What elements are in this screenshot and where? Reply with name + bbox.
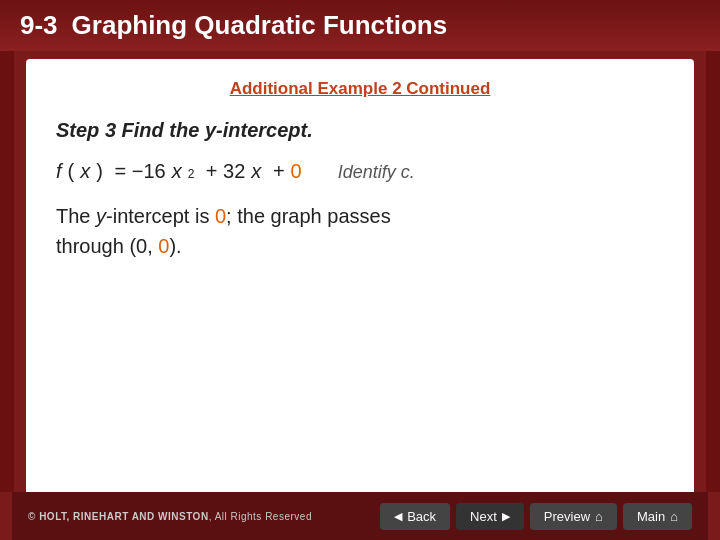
- eq-x-var: x: [251, 160, 261, 183]
- header-title: Graphing Quadratic Functions: [72, 10, 448, 41]
- main-icon: ⌂: [670, 509, 678, 524]
- result-semicolon: ; the graph passes: [226, 205, 391, 227]
- result-paren-end: ).: [169, 235, 181, 257]
- result-the: The: [56, 205, 96, 227]
- right-bar: [706, 51, 720, 492]
- footer: © HOLT, RINEHART AND WINSTON, All Rights…: [12, 492, 708, 540]
- main-label: Main: [637, 509, 665, 524]
- outer-container: 9-3 Graphing Quadratic Functions Additio…: [0, 0, 720, 540]
- eq-x2: x: [172, 160, 182, 183]
- next-label: Next: [470, 509, 497, 524]
- eq-equals: = −16: [109, 160, 166, 183]
- content-area: Additional Example 2 Continued Step 3 Fi…: [26, 59, 694, 492]
- back-arrow-icon: ◀: [394, 510, 402, 523]
- left-bar: [0, 51, 14, 492]
- fx-label: f: [56, 160, 62, 183]
- preview-button[interactable]: Preview ⌂: [530, 503, 617, 530]
- lesson-number: 9-3: [20, 10, 58, 41]
- eq-plus: +: [267, 160, 284, 183]
- preview-label: Preview: [544, 509, 590, 524]
- preview-icon: ⌂: [595, 509, 603, 524]
- eq-plus32: + 32: [200, 160, 245, 183]
- header-bar: 9-3 Graphing Quadratic Functions: [0, 0, 720, 51]
- result-through-zero: 0: [158, 235, 169, 257]
- result-text: The y-intercept is 0; the graph passes t…: [56, 201, 664, 261]
- eq-super: 2: [188, 167, 195, 181]
- content-wrapper: Additional Example 2 Continued Step 3 Fi…: [0, 51, 720, 492]
- result-intercept-text: -intercept is: [106, 205, 215, 227]
- eq-zero: 0: [291, 160, 302, 183]
- next-button[interactable]: Next ▶: [456, 503, 524, 530]
- next-arrow-icon: ▶: [502, 510, 510, 523]
- eq-x: x: [80, 160, 90, 183]
- nav-buttons: ◀ Back Next ▶ Preview ⌂ Main ⌂: [380, 503, 692, 530]
- result-through: through (0,: [56, 235, 158, 257]
- copyright-text: © HOLT, RINEHART AND WINSTON, All Rights…: [28, 511, 312, 522]
- subtitle: Additional Example 2 Continued: [56, 79, 664, 99]
- back-button[interactable]: ◀ Back: [380, 503, 450, 530]
- identify-label: Identify c.: [338, 162, 415, 183]
- back-label: Back: [407, 509, 436, 524]
- equation-line: f(x) = −16x2 + 32x + 0 Identify c.: [56, 160, 664, 183]
- step-heading: Step 3 Find the y-intercept.: [56, 119, 664, 142]
- eq-paren-close: ): [96, 160, 103, 183]
- eq-paren-open: (: [68, 160, 75, 183]
- result-zero: 0: [215, 205, 226, 227]
- result-y: y: [96, 205, 106, 227]
- main-button[interactable]: Main ⌂: [623, 503, 692, 530]
